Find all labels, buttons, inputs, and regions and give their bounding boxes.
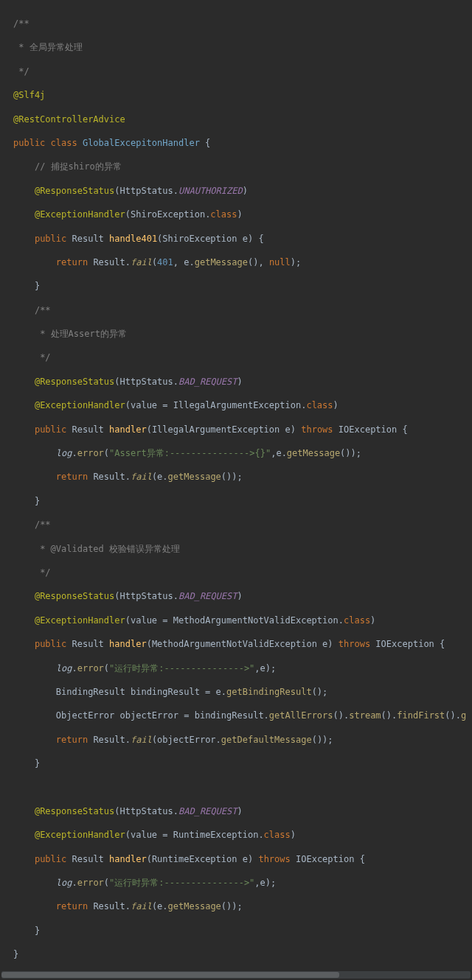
code-token: throws (301, 424, 339, 435)
code-token: @ResponseStatus (35, 377, 114, 387)
code-line: return Result.fail(401, e.getMessage(), … (13, 251, 469, 274)
code-token: ) (237, 209, 242, 220)
code-token (13, 639, 35, 649)
code-token: @ExceptionHandler (35, 209, 125, 220)
code-token: @ResponseStatus (35, 591, 114, 601)
code-token: ) (370, 615, 375, 626)
code-token: @ExceptionHandler (35, 615, 125, 626)
code-token: } (35, 496, 40, 506)
code-token: Result (93, 257, 125, 267)
code-token: . (173, 186, 178, 196)
code-line: ObjectError objectError = bindingResult.… (13, 704, 469, 727)
code-token: ( (147, 639, 152, 649)
code-token (13, 854, 35, 864)
code-token: ) (248, 854, 258, 864)
code-token: getBindingResult (226, 687, 312, 697)
code-token (317, 639, 322, 649)
code-token (13, 329, 40, 339)
code-line: } (13, 274, 469, 298)
code-line: return Result.fail(objectError.getDefaul… (13, 728, 469, 752)
code-token: , (254, 663, 260, 673)
code-token: 401 (157, 257, 173, 267)
code-token: getMessage (195, 257, 248, 267)
code-token: ( (104, 878, 109, 888)
code-token: handle401 (109, 234, 157, 244)
code-token (13, 806, 35, 816)
code-token: @ExceptionHandler (35, 400, 125, 410)
code-token (13, 925, 35, 936)
code-token: handler (109, 639, 147, 649)
horizontal-scrollbar[interactable] (1, 971, 471, 979)
horizontal-scrollbar-thumb[interactable] (1, 972, 339, 978)
code-token (13, 878, 56, 888)
code-token: ( (114, 186, 119, 196)
code-token: = (157, 615, 173, 626)
code-token: ); (266, 878, 276, 888)
code-token: (). (381, 710, 398, 721)
code-token: Result (72, 234, 103, 244)
code-token: public (35, 639, 72, 649)
code-token: . (339, 615, 344, 626)
code-line: public Result handler(MethodArgumentNotV… (13, 632, 469, 656)
code-token: ( (147, 854, 152, 864)
code-token (13, 830, 35, 840)
code-token: IOException (375, 639, 434, 649)
code-token: (); (312, 687, 328, 697)
code-token: IOException (339, 424, 397, 435)
code-token: { (397, 424, 407, 435)
code-token (237, 854, 242, 864)
code-token: class (210, 209, 237, 220)
code-line: @ExceptionHandler(value = RuntimeExcepti… (13, 823, 469, 847)
code-token (13, 496, 35, 506)
code-line: public Result handler(IllegalArgumentExc… (13, 418, 469, 441)
code-token: ); (266, 663, 276, 673)
code-line: } (13, 942, 469, 966)
code-token: getMessage (168, 472, 221, 482)
code-token: . (125, 735, 131, 745)
code-token: Result (72, 639, 103, 649)
code-token: . (125, 901, 131, 911)
code-token: = (157, 830, 173, 840)
code-token (13, 901, 56, 911)
code-line: @ResponseStatus(HttpStatus.BAD_REQUEST) (13, 799, 469, 823)
code-token (125, 687, 131, 697)
code-token: . (72, 448, 77, 458)
code-token: { (200, 138, 210, 148)
code-token (13, 161, 35, 172)
code-token (104, 854, 109, 864)
code-token: throws (339, 639, 376, 649)
code-token (13, 710, 56, 721)
code-token: } (35, 281, 40, 291)
code-line: /** (13, 12, 469, 35)
code-token: e (260, 878, 266, 888)
code-token: @ResponseStatus (35, 186, 114, 196)
code-token: return (56, 257, 94, 267)
code-line (13, 776, 469, 799)
code-token: . (173, 377, 178, 387)
code-token: bindingResult (195, 710, 264, 721)
code-token: class (306, 400, 333, 410)
code-token: . (264, 710, 269, 721)
code-token: */ (40, 352, 50, 363)
code-line: log.error("运行时异常:--------------->",e); (13, 657, 469, 680)
code-token: public (35, 234, 72, 244)
code-token: = (200, 687, 216, 697)
code-token (13, 783, 18, 793)
code-token: IllegalArgumentException (152, 424, 280, 435)
code-line: } (13, 489, 469, 513)
code-token: MethodArgumentNotValidException (173, 615, 339, 626)
code-token: log (56, 663, 72, 673)
code-token: ShiroException (131, 209, 205, 220)
code-token: throws (258, 854, 296, 864)
code-token: bindingResult (131, 687, 200, 697)
code-token: value (131, 615, 157, 626)
code-token: ( (104, 448, 109, 458)
code-token: ) (333, 400, 339, 410)
code-token: ( (114, 806, 119, 816)
code-token: public class (13, 138, 83, 148)
code-token: HttpStatus (120, 186, 173, 196)
code-token: /** (35, 519, 51, 530)
code-token (104, 424, 109, 435)
code-line: * 全局异常处理 (13, 35, 469, 59)
code-line: log.error("运行时异常:--------------->",e); (13, 871, 469, 895)
